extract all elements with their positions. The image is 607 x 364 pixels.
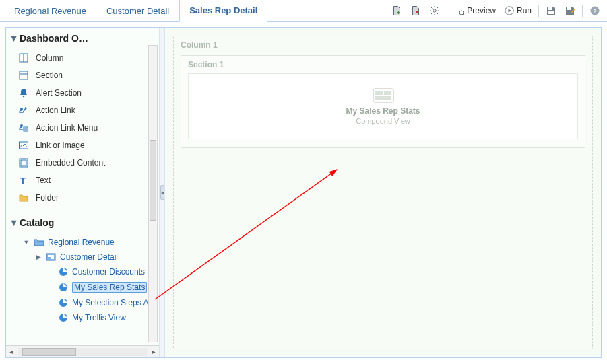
catalog-item-my-sales-rep-stats[interactable]: My Sales Rep Stats [10,279,159,295]
object-label: Column [36,53,63,63]
save-as-icon [565,5,575,16]
link-image-icon [17,140,30,151]
analysis-icon [57,313,69,322]
object-label: Link or Image [36,141,85,150]
save-icon [546,5,556,16]
sidebar-vertical-scrollbar[interactable] [148,45,158,342]
editor-toolbar: Preview Run ? [389,4,603,17]
tree-label: My Selection Steps A [72,298,148,307]
save-button[interactable] [543,4,559,17]
tree-label: Regional Revenue [48,238,115,247]
toolbar-separator [582,5,583,17]
object-text[interactable]: T Text [10,172,159,189]
object-link-or-image[interactable]: Link or Image [10,137,159,154]
catalog-folder-customer-detail[interactable]: ▶ Customer Detail [10,250,159,264]
tile-title: My Sales Rep Stats [346,106,420,116]
catalog-item-my-selection-steps[interactable]: My Selection Steps A [10,295,159,310]
svg-rect-11 [20,71,28,79]
catalog-item-customer-discounts[interactable]: Customer Discounts [10,264,159,279]
catalog-title: Catalog [20,217,54,228]
section-container[interactable]: Section 1 My Sales Rep Stats Compound Vi… [181,55,585,148]
run-label: Run [517,6,532,15]
svg-rect-33 [375,96,391,100]
grip-icon: ◂ [160,185,164,200]
catalog-header[interactable]: ▶ Catalog [6,212,159,232]
object-action-link[interactable]: Action Link [10,102,159,119]
catalog-tree: ▼ Regional Revenue ▶ Customer Detail Cus… [6,232,159,345]
compound-view-icon [373,88,394,105]
column-label: Column 1 [181,40,218,50]
svg-text:T: T [20,176,26,186]
catalog-item-my-trellis-view[interactable]: My Trellis View [10,310,159,325]
page-tabs: Regional Revenue Customer Detail Sales R… [4,0,267,22]
object-label: Action Link Menu [36,123,98,133]
preview-label: Preview [467,6,496,15]
preview-button[interactable]: Preview [451,4,499,17]
svg-rect-16 [24,127,28,131]
toolbar-separator [538,5,539,17]
layout-canvas[interactable]: Column 1 Section 1 My Sales Rep Stats Co… [165,28,601,357]
dashboard-objects-title: Dashboard O… [20,33,88,44]
object-label: Text [36,176,51,185]
dashboard-folder-icon [45,252,57,262]
splitter-handle[interactable]: ◂ [160,28,165,357]
svg-rect-31 [375,91,383,95]
scrollbar-thumb[interactable] [22,348,76,356]
analysis-icon [57,283,69,292]
sidebar: ▶ Dashboard O… Column Section Alert Sect… [6,28,160,357]
scroll-track[interactable] [18,348,147,356]
add-page-button[interactable] [389,4,405,17]
collapse-icon: ▶ [11,220,18,225]
column-icon [17,52,30,63]
tree-label: Customer Discounts [72,267,145,277]
object-label: Folder [36,193,59,203]
svg-rect-23 [46,254,55,260]
help-button[interactable]: ? [587,4,603,17]
embed-icon [17,157,30,168]
tab-customer-detail[interactable]: Customer Detail [96,0,179,22]
folder-open-icon [33,238,45,247]
svg-rect-19 [20,142,28,149]
scroll-right-button[interactable]: ► [148,349,159,355]
catalog-folder-regional-revenue[interactable]: ▼ Regional Revenue [10,235,159,250]
svg-text:?: ? [593,7,597,14]
section-label: Section 1 [188,60,224,69]
run-button[interactable]: Run [501,4,534,17]
scroll-left-button[interactable]: ◄ [6,349,17,355]
section-icon [17,70,30,81]
object-section[interactable]: Section [10,67,159,84]
scrollbar-thumb[interactable] [150,140,156,221]
document-plus-icon [391,5,402,16]
column-container[interactable]: Column 1 Section 1 My Sales Rep Stats Co… [173,36,593,349]
collapse-icon: ▶ [11,36,18,41]
object-column[interactable]: Column [10,49,159,67]
analysis-tile[interactable]: My Sales Rep Stats Compound View [188,73,578,139]
tile-subtitle: Compound View [356,117,410,125]
expand-icon: ▼ [22,239,30,246]
object-alert-section[interactable]: Alert Section [10,84,159,102]
document-x-icon [410,5,421,16]
svg-rect-24 [48,255,51,257]
svg-rect-5 [548,11,554,14]
svg-point-2 [459,11,464,15]
svg-point-13 [23,96,25,98]
tab-regional-revenue[interactable]: Regional Revenue [4,0,96,22]
workspace: ▶ Dashboard O… Column Section Alert Sect… [5,27,602,358]
object-action-link-menu[interactable]: Action Link Menu [10,119,159,137]
tab-sales-rep-detail[interactable]: Sales Rep Detail [179,0,267,22]
folder-icon [17,192,30,203]
sidebar-horizontal-scrollbar[interactable]: ◄ ► [6,345,159,357]
properties-button[interactable] [426,4,443,17]
action-menu-icon [17,122,30,133]
object-folder[interactable]: Folder [10,189,159,207]
analysis-icon [57,298,69,307]
delete-page-button[interactable] [408,4,424,17]
save-as-button[interactable] [562,4,578,17]
action-icon [17,105,30,116]
svg-rect-25 [51,255,54,259]
dashboard-objects-header[interactable]: ▶ Dashboard O… [6,28,159,48]
run-icon [504,5,515,16]
object-embedded-content[interactable]: Embedded Content [10,154,159,172]
svg-rect-4 [548,7,552,10]
tree-label: Customer Detail [60,252,118,262]
